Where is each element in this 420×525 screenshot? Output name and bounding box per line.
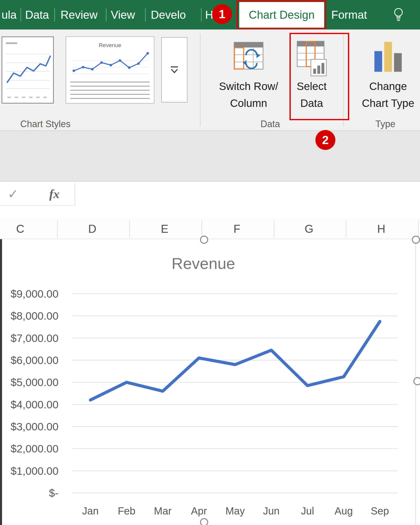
chart-style-preview-icon	[2, 37, 53, 103]
ribbon-tab-bar: ula Data Review View Develo H Chart Desi…	[0, 0, 420, 29]
tab-divider	[145, 8, 146, 22]
column-divider	[418, 220, 419, 237]
annotation-box-select-data	[289, 33, 349, 120]
change-chart-type-label-line1: Change	[369, 78, 407, 95]
insert-function-button[interactable]: fx	[49, 182, 59, 206]
annotation-step-2-number: 2	[322, 133, 329, 147]
tab-developer-partial[interactable]: Develo	[151, 0, 186, 29]
annotation-step-2: 2	[315, 130, 335, 150]
x-axis-tick-label: Sep	[371, 505, 389, 517]
x-axis-tick-label: Mar	[154, 505, 172, 517]
y-axis-tick-label: $-	[49, 487, 58, 499]
revenue-series-line[interactable]	[91, 321, 380, 400]
ribbon-body: Revenue	[0, 29, 420, 131]
column-header-e[interactable]: E	[161, 218, 168, 239]
x-axis-tick-label: Feb	[118, 505, 135, 517]
chart-style-preview-icon: Revenue	[66, 37, 154, 103]
chart-style-thumbnail-2[interactable]: Revenue	[66, 36, 154, 104]
column-divider	[129, 220, 130, 237]
switch-row-column-label-line2: Column	[230, 95, 267, 112]
chart-resize-handle-top-right[interactable]	[412, 236, 420, 244]
y-axis-tick-label: $2,000.00	[11, 443, 58, 455]
column-divider	[346, 220, 346, 237]
spacer	[0, 206, 420, 218]
switch-row-column-label-line1: Switch Row/	[219, 78, 278, 95]
column-header-row: C D E F G H	[0, 218, 420, 239]
worksheet-area: $-$1,000.00$2,000.00$3,000.00$4,000.00$5…	[0, 239, 420, 525]
annotation-step-1: 1	[212, 4, 232, 24]
lightbulb-icon[interactable]	[392, 7, 405, 23]
x-axis-tick-label: Apr	[191, 505, 207, 517]
annotation-step-1-number: 1	[219, 7, 225, 21]
column-header-d[interactable]: D	[88, 218, 96, 239]
tab-format[interactable]: Format	[331, 0, 367, 29]
tab-divider	[54, 8, 55, 22]
group-label-type: Type	[375, 119, 395, 129]
y-axis-tick-label: $1,000.00	[11, 465, 58, 477]
annotation-box-chart-design	[237, 0, 326, 29]
column-header-f[interactable]: F	[234, 218, 241, 239]
y-axis-tick-label: $3,000.00	[11, 421, 58, 433]
chart-resize-handle-right-middle[interactable]	[413, 377, 420, 385]
chart-resize-handle-bottom-center[interactable]	[200, 518, 208, 525]
chart-styles-more-button[interactable]	[161, 37, 187, 103]
y-axis-tick-label: $8,000.00	[11, 310, 58, 322]
column-divider	[274, 220, 274, 237]
tab-review[interactable]: Review	[61, 0, 97, 29]
tab-data[interactable]: Data	[25, 0, 49, 29]
switch-row-column-icon	[232, 38, 265, 77]
column-divider	[202, 220, 202, 237]
y-axis-tick-label: $5,000.00	[11, 376, 58, 388]
group-label-data: Data	[261, 119, 280, 129]
group-label-chart-styles: Chart Styles	[20, 119, 71, 129]
tab-divider	[201, 8, 202, 22]
ribbon-group-divider	[200, 33, 201, 127]
y-axis-tick-label: $6,000.00	[11, 354, 58, 366]
column-divider	[57, 220, 58, 237]
x-axis-tick-label: Jun	[263, 505, 280, 517]
thumbnail-title: Revenue	[99, 42, 121, 48]
tab-formulas-partial[interactable]: ula	[2, 0, 17, 29]
chart-resize-handle-top-center[interactable]	[200, 236, 208, 244]
tab-divider	[21, 8, 21, 22]
gallery-more-icon	[169, 66, 179, 74]
y-axis-tick-label: $9,000.00	[11, 288, 58, 300]
x-axis-tick-label: Aug	[335, 505, 353, 517]
change-chart-type-icon	[371, 38, 405, 77]
tab-view[interactable]: View	[111, 0, 135, 29]
x-axis-tick-label: Jul	[301, 505, 314, 517]
column-header-c[interactable]: C	[16, 218, 24, 239]
collapsed-area	[0, 131, 420, 181]
x-axis-tick-label: May	[225, 505, 245, 517]
formula-bar-divider	[75, 183, 75, 205]
switch-row-column-button[interactable]: Switch Row/ Column	[221, 34, 276, 127]
change-chart-type-button[interactable]: Change Chart Type	[361, 34, 416, 127]
y-axis-tick-label: $4,000.00	[11, 399, 58, 411]
excel-window: ula Data Review View Develo H Chart Desi…	[0, 0, 420, 525]
chart-style-thumbnail-1[interactable]	[2, 36, 54, 104]
revenue-line-chart[interactable]: $-$1,000.00$2,000.00$3,000.00$4,000.00$5…	[0, 239, 420, 525]
column-header-g[interactable]: G	[305, 218, 313, 239]
formula-bar: ✓ fx	[0, 181, 420, 206]
change-chart-type-label-line2: Chart Type	[362, 95, 414, 112]
tab-divider	[106, 8, 106, 22]
x-axis-tick-label: Jan	[82, 505, 99, 517]
chart-title[interactable]: Revenue	[172, 254, 235, 272]
enter-checkmark-icon[interactable]: ✓	[8, 182, 18, 206]
formula-bar-input[interactable]	[76, 182, 420, 206]
y-axis-tick-label: $7,000.00	[11, 332, 58, 344]
column-header-h[interactable]: H	[377, 218, 385, 239]
